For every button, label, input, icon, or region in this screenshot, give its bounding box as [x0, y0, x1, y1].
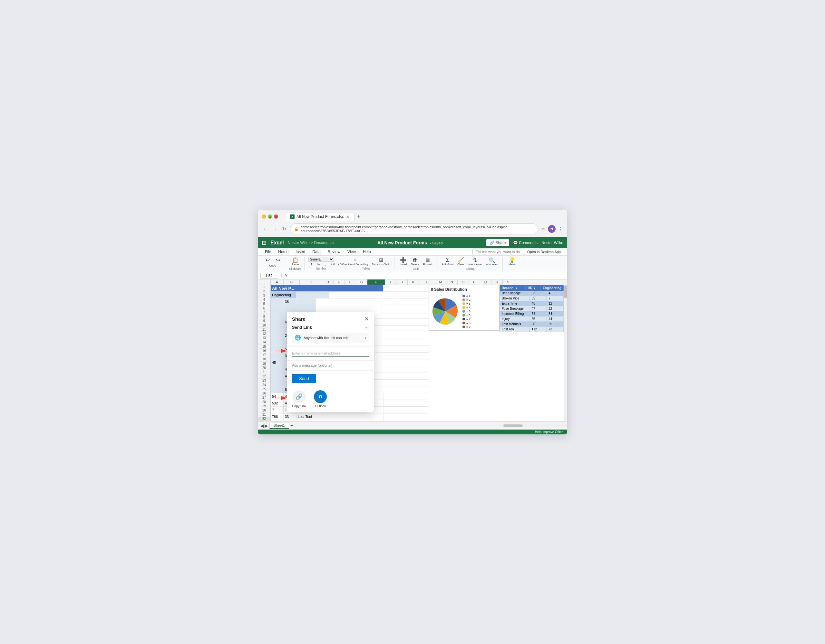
col-header-i[interactable]: I	[385, 279, 396, 285]
undo-button[interactable]: ↩	[263, 257, 272, 263]
search-box[interactable]	[473, 249, 524, 255]
conditional-formatting-button[interactable]: ≡ Conditional Formatting	[341, 257, 369, 266]
new-tab-button[interactable]: +	[356, 213, 362, 220]
dt-cell-rd-5[interactable]: 64	[530, 311, 547, 316]
col-header-c[interactable]: C	[300, 279, 322, 285]
menu-insert[interactable]: Insert	[292, 248, 308, 255]
cell-b2[interactable]	[297, 292, 309, 298]
cell-c3[interactable]	[297, 299, 316, 305]
scrollbar-thumb[interactable]	[564, 285, 567, 298]
dt-cell-reason-8[interactable]: Lost Tool	[500, 327, 530, 332]
dt-cell-eng-2[interactable]: 7	[547, 296, 564, 301]
dt-cell-reason-6[interactable]: Injury	[500, 316, 530, 321]
autosum-button[interactable]: Σ AutoSum	[440, 257, 455, 267]
cell-a9[interactable]	[271, 339, 284, 345]
cell-a20[interactable]: 788	[271, 413, 284, 420]
dt-cell-rd-6[interactable]: 65	[530, 316, 547, 321]
cell-b20[interactable]: 33	[284, 413, 297, 420]
col-header-e[interactable]: E	[334, 279, 345, 285]
reason-filter-icon[interactable]: ▼	[515, 287, 518, 290]
cell-a6[interactable]	[271, 319, 284, 325]
forward-button[interactable]: →	[271, 226, 278, 232]
row-header-17[interactable]: 17	[258, 353, 270, 357]
row-header-22[interactable]: 22	[258, 374, 270, 379]
cell-a14[interactable]	[271, 373, 284, 379]
paste-button[interactable]: 📋 Paste	[290, 257, 300, 267]
dt-cell-eng-3[interactable]: 12	[547, 301, 564, 306]
row-header-1[interactable]: 1	[258, 285, 270, 289]
row-header-12[interactable]: 12	[258, 332, 270, 336]
maximize-button[interactable]: □	[268, 214, 272, 219]
cell-a19[interactable]: 7	[271, 407, 284, 413]
menu-home[interactable]: Home	[275, 248, 292, 255]
cell-a4[interactable]	[271, 305, 284, 312]
row-header-7[interactable]: 7	[258, 310, 270, 314]
row-header-8[interactable]: 8	[258, 315, 270, 319]
send-button[interactable]: Send	[292, 374, 316, 383]
scroll-sheets-left[interactable]: ◀	[260, 423, 264, 428]
scroll-sheets-right[interactable]: ▶	[264, 423, 268, 428]
cell-a2[interactable]: Engineering	[271, 292, 297, 298]
cell-a5[interactable]	[271, 312, 284, 319]
row-header-18[interactable]: 18	[258, 357, 270, 362]
cell-a21[interactable]: 178	[271, 420, 284, 421]
cell-c21[interactable]: Lost Tool	[297, 420, 319, 421]
cell-a8[interactable]	[271, 332, 284, 339]
dt-cell-eng-8[interactable]: 73	[547, 327, 564, 332]
sheet-tab-sheet1[interactable]: Sheet1	[269, 422, 289, 429]
vertical-scrollbar[interactable]	[564, 285, 567, 421]
menu-file[interactable]: File	[262, 248, 274, 255]
row-header-25[interactable]: 25	[258, 387, 270, 391]
format-as-table-button[interactable]: ⊞ Format as Table	[371, 257, 392, 266]
row-header-13[interactable]: 13	[258, 336, 270, 340]
col-header-f[interactable]: F	[345, 279, 356, 285]
col-header-o[interactable]: O	[457, 279, 469, 285]
number-format-select[interactable]: General	[308, 257, 334, 262]
menu-help[interactable]: Help	[360, 248, 374, 255]
cell-rest4[interactable]	[316, 305, 380, 312]
row-header-32[interactable]: 32	[258, 417, 270, 421]
format-cell-button[interactable]: ≣ Format	[422, 257, 434, 267]
row-header-5[interactable]: 5	[258, 302, 270, 306]
dt-cell-rd-2[interactable]: 35	[530, 296, 547, 301]
delete-cell-button[interactable]: 🗑 Delete	[409, 257, 420, 267]
rd-filter-icon[interactable]: ▼	[533, 287, 536, 290]
cell-reference[interactable]	[260, 273, 278, 279]
refresh-button[interactable]: ↻	[281, 226, 287, 232]
cell-c2[interactable]	[309, 292, 329, 298]
increase-decimal-button[interactable]: +.0	[330, 262, 336, 266]
close-window-button[interactable]: ✕	[274, 214, 278, 219]
menu-review[interactable]: Review	[324, 248, 343, 255]
row-header-2[interactable]: 2	[258, 289, 270, 293]
close-tab-button[interactable]: ✕	[346, 214, 350, 219]
insert-cell-button[interactable]: ➕ Insert	[398, 257, 408, 267]
dt-cell-rd-8[interactable]: 112	[530, 327, 547, 332]
col-header-k[interactable]: K	[408, 279, 419, 285]
col-header-h[interactable]: H	[368, 279, 385, 285]
permission-row[interactable]: 🌐 Anyone with the link can edit ›	[292, 333, 369, 343]
cell-a13[interactable]	[271, 366, 284, 373]
open-desktop-button[interactable]: Open in Desktop App	[525, 250, 563, 254]
dt-cell-reason-1[interactable]: Belt Slippage	[500, 291, 530, 296]
col-header-l[interactable]: L	[419, 279, 435, 285]
copy-link-option[interactable]: 🔗 Copy Link	[292, 390, 306, 408]
col-header-s[interactable]: S	[503, 279, 514, 285]
dt-cell-rd-7[interactable]: 96	[530, 322, 547, 327]
row-header-26[interactable]: 26	[258, 391, 270, 395]
row-header-23[interactable]: 23	[258, 379, 270, 383]
cell-b3[interactable]: 38	[284, 299, 297, 305]
cell-rest21[interactable]	[319, 420, 383, 421]
cell-a16[interactable]	[271, 387, 284, 393]
cell-rest20[interactable]	[319, 413, 383, 420]
browser-more-button[interactable]: ⋮	[558, 226, 563, 232]
cell-a15[interactable]	[271, 380, 284, 386]
col-header-m[interactable]: M	[435, 279, 446, 285]
cell-b21[interactable]: 344	[284, 420, 297, 421]
redo-button[interactable]: ↪	[273, 257, 282, 263]
email-input[interactable]	[292, 350, 369, 357]
row-header-9[interactable]: 9	[258, 319, 270, 323]
col-header-q[interactable]: Q	[480, 279, 491, 285]
horizontal-scrollbar[interactable]	[500, 424, 565, 427]
browser-tab[interactable]: X All New Product Forms.xlsx ✕	[286, 212, 354, 221]
dt-cell-eng-1[interactable]: 4	[547, 291, 564, 296]
